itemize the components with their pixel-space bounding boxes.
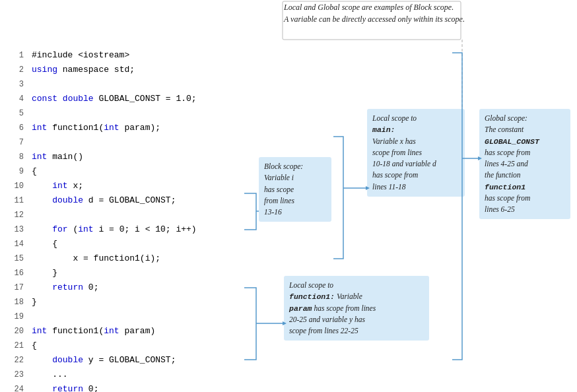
local-func-body: Local scope tofunction1: Variableparam h… xyxy=(289,281,376,335)
line-content: x = function1(i); xyxy=(32,251,160,266)
line-content: using namespace std; xyxy=(32,63,135,77)
line-number: 9 xyxy=(5,164,24,179)
code-line: 11 double d = GLOBAL_CONST; xyxy=(5,193,277,208)
line-number: 17 xyxy=(5,280,24,295)
top-note: Local and Global scope are examples of B… xyxy=(284,1,570,25)
line-number: 20 xyxy=(5,324,24,339)
code-line: 12 xyxy=(5,208,277,222)
line-number: 21 xyxy=(5,339,24,353)
code-line: 8int main() xyxy=(5,150,277,164)
line-number: 7 xyxy=(5,135,24,150)
code-line: 1#include <iostream> xyxy=(5,48,277,63)
line-content: double d = GLOBAL_CONST; xyxy=(32,193,176,208)
code-line: 15 x = function1(i); xyxy=(5,251,277,266)
code-line: 14 { xyxy=(5,237,277,251)
line-content: int function1(int param); xyxy=(32,121,160,135)
code-line: 23 ... xyxy=(5,368,277,382)
line-number: 16 xyxy=(5,266,24,280)
line-content: int x; xyxy=(32,179,83,193)
line-number: 22 xyxy=(5,353,24,368)
line-content: return 0; xyxy=(32,382,98,392)
line-number: 3 xyxy=(5,77,24,92)
line-number: 4 xyxy=(5,92,24,106)
top-note-line2: A variable can be directly accessed only… xyxy=(284,15,465,24)
line-content: const double GLOBAL_CONST = 1.0; xyxy=(32,92,197,106)
code-line: 18} xyxy=(5,295,277,310)
line-number: 8 xyxy=(5,150,24,164)
code-line: 3 xyxy=(5,77,277,92)
line-number: 11 xyxy=(5,193,24,208)
line-number: 1 xyxy=(5,48,24,63)
global-scope-body: Global scope:The constantGLOBAL_CONSThas… xyxy=(485,114,539,213)
line-content: for (int i = 0; i < 10; i++) xyxy=(32,222,197,237)
line-content: ... xyxy=(32,368,68,382)
line-number: 23 xyxy=(5,368,24,382)
line-number: 2 xyxy=(5,63,24,77)
code-line: 5 xyxy=(5,106,277,121)
local-func-box: Local scope tofunction1: Variableparam h… xyxy=(284,276,429,341)
line-content: { xyxy=(32,164,37,179)
line-number: 12 xyxy=(5,208,24,222)
line-number: 14 xyxy=(5,237,24,251)
line-number: 18 xyxy=(5,295,24,310)
code-line: 17 return 0; xyxy=(5,280,277,295)
line-content: { xyxy=(32,339,37,353)
code-line: 2using namespace std; xyxy=(5,63,277,77)
code-area: 1#include <iostream>2using namespace std… xyxy=(0,43,277,392)
line-content: return 0; xyxy=(32,280,98,295)
local-main-box: Local scope tomain:Variable x hasscope f… xyxy=(367,109,465,197)
code-line: 19 xyxy=(5,310,277,324)
local-main-title: Local scope tomain:Variable x hasscope f… xyxy=(372,114,436,191)
code-line: 7 xyxy=(5,135,277,150)
line-content: #include <iostream> xyxy=(32,48,129,63)
code-line: 21{ xyxy=(5,339,277,353)
block-scope-title: Block scope: xyxy=(264,162,303,170)
line-content: } xyxy=(32,295,37,310)
global-scope-box: Global scope:The constantGLOBAL_CONSThas… xyxy=(479,109,570,219)
code-line: 24 return 0; xyxy=(5,382,277,392)
code-line: 9{ xyxy=(5,164,277,179)
line-number: 13 xyxy=(5,222,24,237)
line-number: 19 xyxy=(5,310,24,324)
line-content: } xyxy=(32,266,57,280)
code-line: 13 for (int i = 0; i < 10; i++) xyxy=(5,222,277,237)
top-note-line1: Local and Global scope are examples of B… xyxy=(284,3,454,12)
code-line: 10 int x; xyxy=(5,179,277,193)
line-number: 6 xyxy=(5,121,24,135)
code-line: 22 double y = GLOBAL_CONST; xyxy=(5,353,277,368)
line-content: double y = GLOBAL_CONST; xyxy=(32,353,176,368)
code-line: 4const double GLOBAL_CONST = 1.0; xyxy=(5,92,277,106)
code-line: 20int function1(int param) xyxy=(5,324,277,339)
line-content: int main() xyxy=(32,150,83,164)
code-line: 16 } xyxy=(5,266,277,280)
block-scope-body: Variable ihas scopefrom lines13-16 xyxy=(264,174,294,216)
line-number: 5 xyxy=(5,106,24,121)
block-scope-box: Block scope: Variable ihas scopefrom lin… xyxy=(259,157,331,222)
line-number: 10 xyxy=(5,179,24,193)
line-number: 15 xyxy=(5,251,24,266)
line-content: int function1(int param) xyxy=(32,324,155,339)
line-number: 24 xyxy=(5,382,24,392)
code-line: 6int function1(int param); xyxy=(5,121,277,135)
line-content: { xyxy=(32,237,57,251)
